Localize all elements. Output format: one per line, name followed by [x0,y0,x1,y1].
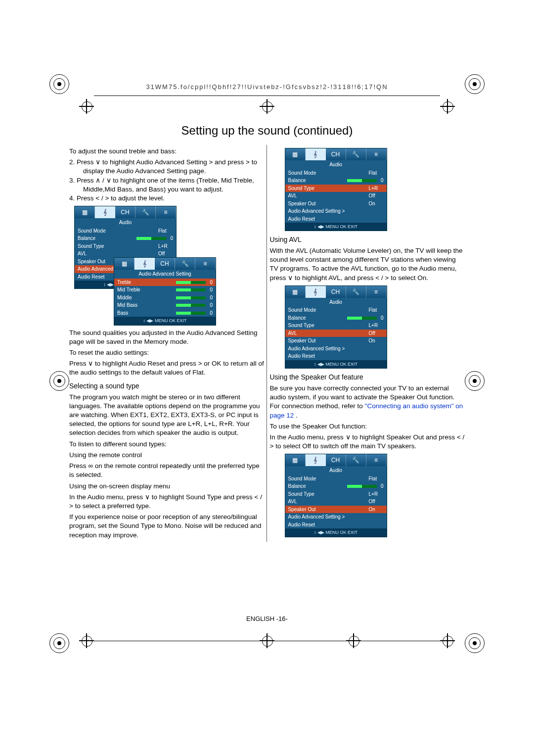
row-label: Middle [117,294,132,301]
row-label: Sound Mode [78,228,106,235]
speaker-use-text: In the Audio menu, press ∨ to highlight … [270,433,465,451]
tab-tools-icon: ≡ [195,258,216,270]
row-label: Mid Bass [117,302,137,309]
osd-footer: ↕ ◀▶ MENU OK EXIT [285,223,387,231]
osd-avl: ▦ 𝄞 CH 🔧 ≡ Audio Sound ModeFlat Balance0… [285,285,387,369]
speaker-use-heading: To use the Speaker Out function: [270,422,465,431]
row-value: L+R [369,491,384,498]
row-value: Off [369,192,384,199]
row-audio-reset: Audio Reset [285,215,387,223]
tab-channel-icon: CH [115,206,135,218]
step-3: 3. Press ∧ / ∨ to highlight one of the i… [69,176,265,194]
tab-picture-icon: ▦ [75,206,95,218]
tab-channel-icon: CH [155,258,175,270]
osd-title: Audio Advanced Setting [114,270,216,279]
row-value: L+R [369,322,384,329]
tab-tools-icon: ≡ [156,206,176,218]
noise-text: If you experience noise or poor receptio… [69,513,265,540]
right-column: ▦ 𝄞 CH 🔧 ≡ Audio Sound ModeFlat Balance0… [267,145,465,542]
osd-title: Audio [285,160,387,169]
row-label: Speaker Out [288,200,316,207]
row-label: Balance [288,483,306,490]
row-label: Sound Type [288,322,314,329]
registration-mark [465,74,485,94]
tab-audio-icon: 𝄞 [306,286,326,298]
cross-mark [440,99,455,114]
row-label: AVL [288,192,297,199]
rule-bottom [94,641,440,641]
row-audio-reset: Audio Reset [285,352,387,360]
reset-text: Press ∨ to highlight Audio Reset and pre… [69,359,265,377]
remote-heading: Using the remote control [69,451,265,460]
cross-mark [79,633,94,648]
left-column: To adjust the sound treble and bass: 2. … [69,145,267,542]
row-value: 0 [210,310,213,317]
tab-audio-icon: 𝄞 [306,454,326,466]
tab-tools-icon: ≡ [366,286,387,298]
row-value: 0 [381,315,384,322]
row-adv-setting: Audio Advanced Setting > [285,345,387,353]
tab-audio-icon: 𝄞 [95,206,115,218]
osd-menu-heading: Using the on-screen display menu [69,482,265,491]
osd-title: Audio [75,218,176,227]
row-label: Speaker Out [288,506,316,513]
row-value: Flat [158,228,173,235]
registration-mark [49,74,69,94]
row-value: 0 [381,177,384,184]
row-value: Off [369,498,384,505]
header-code: 31WM75.fo/cppl!!Qbhf!27!!Uivstebz-!Gfcsv… [0,83,534,91]
row-label: Sound Mode [288,170,316,177]
row-value: On [369,506,384,513]
row-value: On [369,200,384,207]
row-value: Off [369,330,384,337]
selecting-sound-type-heading: Selecting a sound type [69,381,265,391]
row-label: Balance [78,235,95,242]
registration-mark [49,371,69,391]
row-value: Off [158,250,173,257]
cross-mark [260,99,274,114]
selecting-sound-type-text: The program you watch might be stereo or… [69,393,265,438]
tab-tools-icon: ≡ [366,454,387,466]
speaker-out-heading: Using the Speaker Out feature [270,373,465,382]
speaker-out-text-b: . [294,412,298,419]
row-label: Speaker Out [78,258,105,265]
row-label: Mid Treble [117,286,140,293]
tab-channel-icon: CH [326,286,346,298]
row-value: Flat [369,307,384,314]
row-value: 0 [210,286,213,293]
row-value: 0 [210,302,213,309]
page-footer: ENGLISH -16- [0,615,534,622]
cross-mark [79,99,94,114]
row-value: 0 [381,483,384,490]
osd-speaker-out: ▦ 𝄞 CH 🔧 ≡ Audio Sound ModeFlat Balance0… [285,454,387,537]
osd-audio-advanced: ▦ 𝄞 CH 🔧 ≡ Audio Advanced Setting Treble… [114,257,216,325]
row-value: On [369,337,384,344]
rule-top [94,95,440,96]
row-adv-setting: Audio Advanced Setting > [285,513,387,521]
avl-heading: Using AVL [270,235,465,244]
tab-setup-icon: 🔧 [135,206,156,218]
row-value: L+R [369,185,384,192]
row-value: 0 [170,235,173,242]
osd-footer: ↕ ◀▶ MENU OK EXIT [285,528,387,536]
intro-text: To adjust the sound treble and bass: [69,147,265,156]
tab-setup-icon: 🔧 [346,148,366,160]
row-label: Balance [288,177,306,184]
tab-setup-icon: 🔧 [346,454,366,466]
row-label: Sound Type [78,243,104,250]
balance-bar [347,485,377,488]
step-2: 2. Press ∨ to highlight Audio Advanced S… [69,158,265,176]
row-label: Sound Mode [288,307,316,314]
reset-heading: To reset the audio settings: [69,348,265,357]
osd-footer: ↕ ◀▶ MENU OK EXIT [114,317,216,325]
tab-audio-icon: 𝄞 [134,258,155,270]
tab-channel-icon: CH [326,454,346,466]
balance-bar [136,237,166,240]
tab-picture-icon: ▦ [285,286,306,298]
cross-mark [440,633,455,648]
row-adv-setting: Audio Advanced Setting > [285,207,387,215]
osd-menu-text: In the Audio menu, press ∨ to highlight … [69,493,265,511]
row-label: Sound Mode [288,475,316,482]
level-bar [176,312,206,315]
tab-setup-icon: 🔧 [175,258,195,270]
